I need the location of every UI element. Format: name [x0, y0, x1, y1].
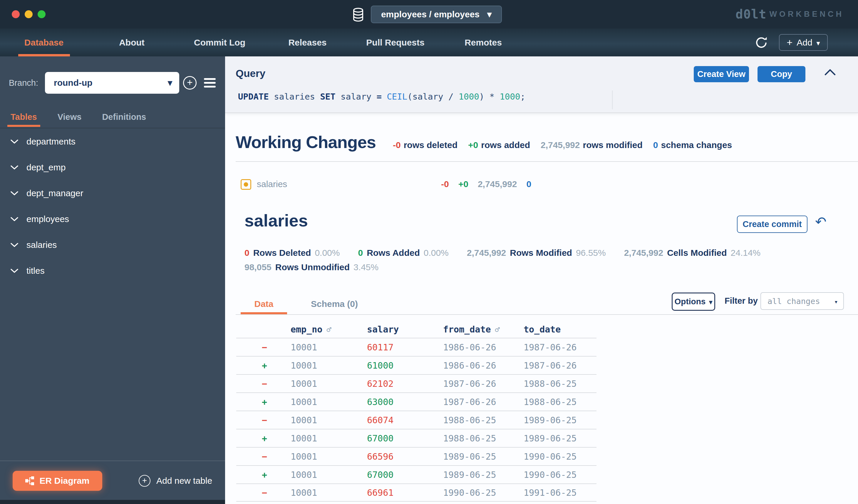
table-row: −10001669611990-06-251991-06-25	[236, 484, 597, 502]
table-row: −10001601171986-06-261987-06-26	[236, 338, 597, 356]
menu-icon[interactable]	[204, 78, 216, 87]
options-button[interactable]: Options	[672, 293, 715, 311]
table-row: +10001670001988-06-251989-06-25	[236, 429, 597, 447]
changed-table-row[interactable]: salaries -0 +0 2,745,992 0	[225, 175, 858, 194]
filter-by-label: Filter by	[725, 296, 758, 306]
modified-status-icon	[241, 179, 251, 190]
nav-tab-about[interactable]: About	[88, 29, 176, 56]
chevron-down-icon	[11, 191, 18, 196]
chevron-down-icon	[11, 165, 18, 170]
chevron-down-icon	[816, 37, 820, 48]
database-selector-value: employees / employees	[381, 10, 479, 19]
add-button-label: Add	[797, 37, 812, 48]
stat-rows-deleted: 0 Rows Deleted 0.00%	[244, 248, 340, 258]
table-row: −10001660741988-06-251989-06-25	[236, 411, 597, 429]
diff-table-body: −10001601171986-06-261987-06-26 +1000161…	[236, 338, 597, 502]
app-logo: d0lt WORKBENCH	[735, 0, 844, 29]
table-name: employees	[27, 214, 69, 224]
table-row: −10001665961989-06-251990-06-25	[236, 447, 597, 465]
sidebar: Branch: round-up Tables Views Definition…	[0, 56, 225, 504]
stat-rows-unmodified: 98,055 Rows Unmodified 3.45%	[244, 262, 379, 272]
sidebar-footer: ER Diagram Add new table	[0, 460, 225, 500]
query-pane-divider	[612, 91, 613, 109]
table-section-heading: salaries	[244, 211, 308, 230]
add-button[interactable]: Add	[779, 34, 828, 51]
zoom-button[interactable]	[37, 10, 46, 18]
primary-key-icon	[327, 325, 331, 334]
create-view-button[interactable]: Create View	[694, 66, 749, 82]
table-row: +10001670001989-06-251990-06-25	[236, 465, 597, 484]
sql-query[interactable]: UPDATE salaries SET salary = CEIL(salary…	[238, 92, 525, 102]
nav-tab-database[interactable]: Database	[0, 29, 88, 56]
changed-table-counts: -0 +0 2,745,992 0	[441, 179, 531, 189]
tab-data[interactable]: Data	[241, 294, 287, 314]
table-row: +10001630001987-06-261988-06-25	[236, 392, 597, 411]
filter-select[interactable]: all changes	[760, 292, 844, 310]
tab-views[interactable]: Views	[58, 106, 82, 128]
working-changes-title: Working Changes	[236, 132, 376, 152]
close-button[interactable]	[12, 10, 20, 18]
sidebar-table-departments[interactable]: departments	[0, 129, 225, 155]
database-selector[interactable]: employees / employees	[371, 5, 502, 23]
main-navbar: Database About Commit Log Releases Pull …	[0, 29, 858, 56]
nav-tab-releases[interactable]: Releases	[264, 29, 351, 56]
stat-rows-added: 0 Rows Added 0.00%	[358, 248, 448, 258]
collapse-query-icon[interactable]	[825, 69, 836, 76]
filter-select-value: all changes	[767, 297, 820, 306]
logo-wordmark: d0lt	[735, 7, 766, 21]
minimize-button[interactable]	[25, 10, 33, 18]
er-diagram-button[interactable]: ER Diagram	[13, 471, 102, 491]
plus-circle-icon	[139, 475, 150, 487]
section-divider	[236, 314, 858, 315]
diff-table: emp_no salary from_date to_date −1000160…	[236, 321, 597, 502]
sidebar-table-salaries[interactable]: salaries	[0, 232, 225, 258]
changed-table-name[interactable]: salaries	[257, 179, 287, 189]
tab-definitions[interactable]: Definitions	[102, 106, 146, 128]
tab-tables[interactable]: Tables	[11, 106, 37, 128]
stat-rows-modified: 2,745,992 Rows Modified 96.55%	[467, 248, 606, 258]
diff-table-header: emp_no salary from_date to_date	[236, 321, 597, 338]
er-diagram-label: ER Diagram	[39, 476, 89, 486]
table-name: dept_manager	[27, 188, 83, 198]
tab-schema[interactable]: Schema (0)	[309, 294, 359, 314]
summary-rows-modified: 2,745,992 rows modified	[541, 140, 642, 150]
table-name: titles	[27, 266, 45, 276]
sidebar-table-employees[interactable]: employees	[0, 206, 225, 232]
nav-tabs: Database About Commit Log Releases Pull …	[0, 29, 858, 56]
query-heading: Query	[236, 68, 265, 79]
branch-select[interactable]: round-up	[45, 72, 179, 94]
table-list: departments dept_emp dept_manager employ…	[0, 129, 225, 284]
chevron-down-icon	[487, 10, 492, 19]
chevron-down-icon	[11, 139, 18, 144]
chevron-down-icon	[709, 297, 712, 306]
create-commit-button[interactable]: Create commit	[737, 215, 808, 233]
nav-tab-pull-requests[interactable]: Pull Requests	[351, 29, 439, 56]
nav-tab-commit-log[interactable]: Commit Log	[176, 29, 264, 56]
query-panel: Query UPDATE salaries SET salary = CEIL(…	[225, 56, 858, 113]
table-row: +10001610001986-06-261987-06-26	[236, 356, 597, 374]
section-divider	[236, 161, 858, 162]
copy-button[interactable]: Copy	[758, 66, 806, 82]
stat-cells-modified: 2,745,992 Cells Modified 24.14%	[624, 248, 761, 258]
new-branch-button[interactable]	[183, 76, 196, 90]
undo-icon[interactable]	[815, 214, 827, 230]
branch-select-value: round-up	[54, 78, 93, 88]
sidebar-table-dept-emp[interactable]: dept_emp	[0, 155, 225, 180]
nav-tab-remotes[interactable]: Remotes	[439, 29, 527, 56]
sidebar-table-titles[interactable]: titles	[0, 258, 225, 284]
summary-rows-deleted: -0 rows deleted	[393, 140, 458, 150]
main-content: Query UPDATE salaries SET salary = CEIL(…	[225, 56, 858, 504]
database-icon	[351, 7, 365, 22]
summary-schema-changes: 0 schema changes	[653, 140, 732, 150]
table-name: salaries	[27, 240, 57, 250]
chevron-down-icon	[11, 217, 18, 222]
branch-label: Branch:	[9, 78, 38, 88]
working-changes-summary: -0 rows deleted +0 rows added 2,745,992 …	[393, 140, 732, 150]
sidebar-table-dept-manager[interactable]: dept_manager	[0, 180, 225, 206]
options-label: Options	[674, 297, 706, 306]
working-changes-header: Working Changes -0 rows deleted +0 rows …	[236, 132, 732, 152]
chevron-down-icon	[834, 297, 838, 306]
refresh-icon[interactable]	[754, 36, 768, 49]
add-new-table-button[interactable]: Add new table	[139, 465, 212, 497]
chevron-down-icon	[11, 269, 18, 273]
